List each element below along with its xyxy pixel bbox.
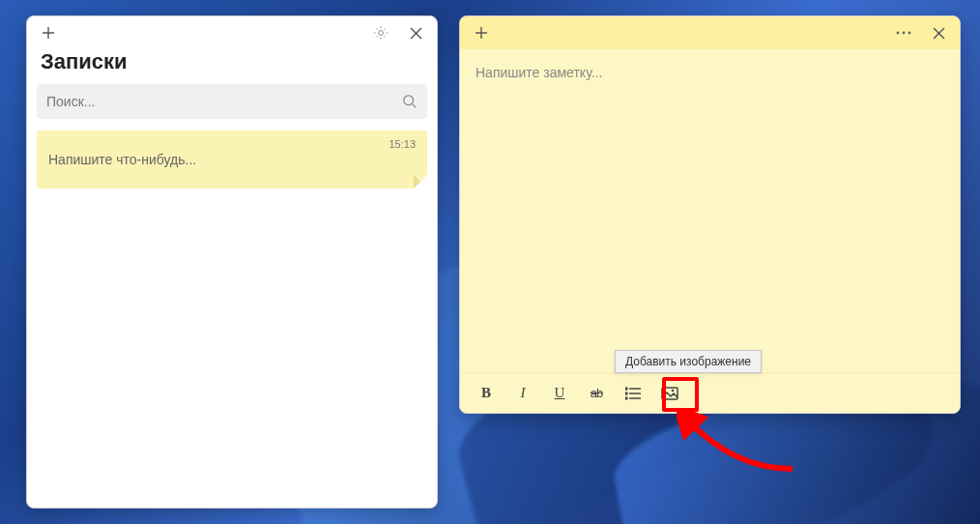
svg-point-19 (625, 397, 627, 399)
note-list: 15:13 Напишите что-нибудь... (27, 131, 437, 508)
note-preview: Напишите что-нибудь... (48, 152, 416, 167)
note-list-item[interactable]: 15:13 Напишите что-нибудь... (37, 131, 427, 189)
plus-icon (475, 26, 488, 40)
underline-button[interactable]: U (543, 377, 576, 410)
more-icon (896, 31, 911, 35)
search-input[interactable] (46, 94, 402, 109)
strikethrough-icon: ab (591, 386, 602, 400)
svg-point-21 (672, 389, 675, 392)
list-icon (625, 387, 641, 400)
search-icon (402, 94, 418, 109)
add-image-button[interactable] (653, 377, 686, 410)
svg-rect-20 (662, 388, 677, 399)
svg-point-11 (908, 32, 911, 35)
bold-icon: B (481, 385, 491, 401)
svg-point-17 (625, 388, 627, 390)
svg-line-6 (413, 104, 417, 108)
strikethrough-button[interactable]: ab (580, 377, 613, 410)
svg-point-2 (379, 31, 384, 36)
plus-icon (42, 26, 55, 40)
svg-point-10 (903, 32, 906, 35)
list-title: Записки (27, 49, 437, 84)
note-menu-button[interactable] (888, 17, 919, 48)
bold-button[interactable]: B (470, 377, 503, 410)
italic-button[interactable]: I (506, 377, 539, 410)
gear-icon (373, 25, 389, 41)
svg-point-9 (897, 32, 900, 35)
list-titlebar (27, 16, 437, 49)
note-time: 15:13 (389, 138, 416, 150)
settings-button[interactable] (365, 17, 396, 48)
close-icon (410, 27, 422, 40)
italic-icon: I (521, 385, 526, 401)
close-icon (933, 27, 945, 40)
tooltip-add-image: Добавить изображение (615, 350, 762, 373)
close-list-button[interactable] (400, 17, 431, 48)
format-toolbar: B I U ab (460, 372, 960, 413)
note-fold-corner (414, 175, 427, 189)
new-note-button[interactable] (33, 17, 64, 48)
sticky-notes-list-window: Записки 15:13 Напишите что-нибудь... (26, 15, 438, 509)
underline-icon: U (555, 385, 565, 401)
new-note-button[interactable] (466, 17, 497, 48)
close-note-button[interactable] (923, 17, 954, 48)
svg-point-5 (404, 96, 414, 105)
svg-point-18 (625, 393, 627, 394)
bullet-list-button[interactable] (617, 377, 649, 410)
note-editor[interactable]: Напишите заметку... (460, 49, 960, 372)
note-titlebar (460, 16, 960, 49)
image-icon (661, 387, 678, 400)
note-placeholder: Напишите заметку... (476, 65, 602, 80)
search-field[interactable] (37, 84, 427, 119)
